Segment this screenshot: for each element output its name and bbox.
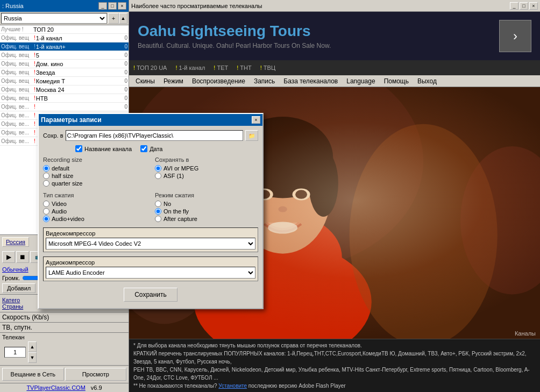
list-item[interactable]: Офиц. вещ ! Звезда 0 (0, 68, 129, 77)
mode-onthefly-text: On the fly (164, 208, 189, 215)
channel-number-input[interactable] (4, 347, 26, 358)
top-minimize-button[interactable]: _ (510, 2, 518, 10)
size-default-radio[interactable] (43, 165, 49, 172)
top-maximize-button[interactable]: □ (520, 2, 528, 10)
format-avi-text: AVI or MPEG (164, 165, 198, 172)
mode-onthefly-radio[interactable] (155, 208, 161, 215)
save-path-input[interactable] (66, 130, 243, 141)
ad-banner: Oahu Sightseeing Tours Beautiful. Cultur… (129, 12, 540, 60)
format-avi-radio[interactable] (155, 165, 161, 172)
checkboxes-row: Название канала Дата (43, 145, 258, 152)
menu-skins[interactable]: Скины (131, 76, 159, 86)
install-link[interactable]: Установите (218, 383, 247, 389)
list-item-selected[interactable]: Офиц. вещ ! 1-й канал+ 0 (0, 42, 129, 51)
menu-help[interactable]: Помощь (380, 76, 413, 86)
svg-point-17 (460, 146, 540, 294)
channel-tab-1kanal[interactable]: ! 1-й канал (173, 63, 207, 72)
type-audio-radio[interactable] (43, 208, 49, 215)
channel-tab-tnt[interactable]: ! ТНТ (235, 63, 254, 72)
recording-dialog: Параметры записи × Сохр. в 📁 Название ка… (38, 113, 264, 309)
top-bar-title: Наиболее часто просматриваемые телеканал… (131, 3, 510, 9)
ad-arrow-button[interactable]: › (499, 20, 531, 52)
mode-after-radio[interactable] (155, 216, 161, 222)
channel-num-label: Телекан (2, 334, 126, 340)
list-item[interactable]: Офиц. вещ ! 5 0 (0, 51, 129, 60)
footer-link[interactable]: TVPlayerClassic.COM (26, 384, 85, 391)
channel-name-checkbox[interactable] (75, 145, 82, 152)
size-quarter-label: quarter size (43, 180, 146, 187)
options-row: Recording size default half size quarter… (43, 156, 258, 188)
save-btn-row: Сохранить (43, 286, 258, 304)
type-audio-text: Audio (52, 208, 67, 215)
video-codec-label: Видеокомпрессор (46, 230, 255, 237)
ordinary-link[interactable]: Обычный (2, 266, 29, 273)
video-codec-select[interactable]: Microsoft MPEG-4 Video Codec V2 (46, 238, 255, 250)
list-item[interactable]: Офиц. ве... ! 0 (0, 103, 129, 111)
channel-tab-tvc[interactable]: ! ТВЦ (258, 63, 278, 72)
size-quarter-radio[interactable] (43, 180, 49, 187)
date-checkbox[interactable] (140, 145, 147, 152)
svg-point-12 (295, 190, 307, 199)
mode-after-text: After capture (164, 216, 197, 222)
broadcast-button[interactable]: Вещание в Сеть (2, 368, 64, 381)
list-item[interactable]: Офиц. вещ ! 1-й канал 0 (0, 34, 129, 42)
date-checkbox-label: Дата (140, 145, 162, 152)
recording-size-col: Recording size default half size quarter… (43, 156, 146, 188)
list-item[interactable]: Офиц. вещ ! Дом. кино 0 (0, 60, 129, 68)
browse-button[interactable]: 📁 (245, 130, 258, 141)
add-channel-button[interactable]: + (108, 13, 119, 24)
maximize-button[interactable]: □ (108, 2, 117, 10)
ad-text: Oahu Sightseeing Tours Beautiful. Cultur… (138, 23, 491, 49)
menu-exit[interactable]: Выход (413, 76, 441, 86)
audio-codec-select[interactable]: LAME Audio Encoder (46, 267, 255, 279)
size-quarter-text: quarter size (52, 180, 82, 187)
format-asf-radio[interactable] (155, 173, 161, 179)
mode-no-radio[interactable] (155, 201, 161, 207)
list-item[interactable]: Офиц. вещ ! НТВ 0 (0, 94, 129, 103)
channel-increment-button[interactable]: ▲ (28, 341, 37, 352)
bottom-buttons: Вещание в Сеть Просмотр (0, 365, 129, 383)
svg-point-14 (268, 222, 297, 234)
mode-onthefly-label: On the fly (155, 208, 258, 215)
play-button[interactable]: ▶ (2, 251, 15, 263)
close-button[interactable]: × (118, 2, 126, 10)
save-format-title: Сохранять в (155, 156, 258, 163)
channel-decrement-button[interactable]: ▼ (28, 352, 37, 363)
audio-codec-section: Аудиокомпрессор LAME Audio Encoder (43, 256, 258, 281)
scroll-up-button[interactable]: ▲ (119, 13, 127, 24)
stop-button[interactable]: ⏹ (16, 251, 29, 263)
type-video-radio[interactable] (43, 201, 49, 207)
type-both-label: Audio+video (43, 216, 146, 222)
list-item[interactable]: Офиц. вещ ! Комедия Т 0 (0, 77, 129, 85)
save-settings-button[interactable]: Сохранить (124, 288, 177, 302)
channel-search-bar: Russia + ▲ (0, 12, 129, 25)
svg-point-8 (309, 150, 338, 217)
menu-channels-db[interactable]: База телеканалов (279, 76, 342, 86)
add-button[interactable]: Добавил (2, 283, 35, 293)
ad-title[interactable]: Oahu Sightseeing Tours (138, 23, 491, 40)
channel-tab-tet[interactable]: ! ТЕТ (211, 63, 230, 72)
list-item[interactable]: Офиц. вещ ! Москва 24 0 (0, 85, 129, 94)
channel-filter-select[interactable]: Russia (1, 13, 107, 24)
menu-bar: Скины Режим Воспроизведение Запись База … (129, 75, 540, 87)
size-half-radio[interactable] (43, 173, 49, 179)
channel-select-section: Телекан ▲ ▼ (0, 332, 129, 365)
menu-mode[interactable]: Режим (159, 76, 188, 86)
view-button[interactable]: Просмотр (65, 368, 127, 381)
status-bar: * Для выбора канала необходимо тянуть мы… (129, 339, 540, 392)
status-text: * Для выбора канала необходимо тянуть мы… (133, 341, 536, 390)
left-panel-header: : Russia _ □ × (0, 0, 129, 12)
minimize-button[interactable]: _ (98, 2, 107, 10)
dialog-close-button[interactable]: × (252, 116, 260, 124)
menu-playback[interactable]: Воспроизведение (188, 76, 250, 86)
type-video-label: Video (43, 201, 146, 207)
compression-mode-title: Режим сжатия (155, 192, 258, 198)
list-item[interactable]: Лучшие ! ТОП 20 (0, 25, 129, 34)
russia-button[interactable]: Россия (2, 237, 29, 247)
channel-tab-top20[interactable]: ! ТОП 20 UA (131, 63, 169, 72)
menu-record[interactable]: Запись (250, 76, 279, 86)
audio-codec-label: Аудиокомпрессор (46, 259, 255, 266)
menu-language[interactable]: Language (342, 76, 379, 86)
top-close-button[interactable]: × (529, 2, 538, 10)
type-both-radio[interactable] (43, 216, 49, 222)
